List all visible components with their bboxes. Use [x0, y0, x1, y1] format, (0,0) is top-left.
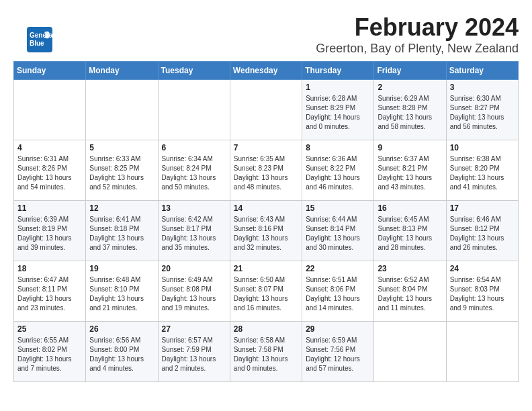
- day-info: Sunrise: 6:59 AMSunset: 7:56 PMDaylight:…: [306, 336, 370, 373]
- day-number: 9: [378, 143, 442, 152]
- calendar-cell: 14Sunrise: 6:43 AMSunset: 8:16 PMDayligh…: [230, 201, 302, 261]
- day-number: 12: [89, 203, 154, 213]
- day-number: 6: [162, 143, 226, 152]
- calendar-cell: 11Sunrise: 6:39 AMSunset: 8:19 PMDayligh…: [14, 201, 86, 261]
- day-number: 26: [89, 324, 154, 334]
- calendar-cell: 2Sunrise: 6:29 AMSunset: 8:28 PMDaylight…: [374, 80, 446, 140]
- calendar-cell: 24Sunrise: 6:54 AMSunset: 8:03 PMDayligh…: [446, 261, 518, 322]
- calendar-cell: 13Sunrise: 6:42 AMSunset: 8:17 PMDayligh…: [158, 201, 230, 261]
- day-number: 4: [17, 143, 82, 152]
- logo-icon: General Blue: [27, 27, 52, 52]
- calendar-cell: 15Sunrise: 6:44 AMSunset: 8:14 PMDayligh…: [302, 201, 374, 261]
- day-info: Sunrise: 6:54 AMSunset: 8:03 PMDaylight:…: [450, 275, 515, 313]
- calendar-cell: 25Sunrise: 6:55 AMSunset: 8:02 PMDayligh…: [14, 322, 86, 382]
- calendar-cell: 7Sunrise: 6:35 AMSunset: 8:23 PMDaylight…: [230, 140, 302, 201]
- day-number: 1: [306, 83, 370, 92]
- day-info: Sunrise: 6:28 AMSunset: 8:29 PMDaylight:…: [306, 94, 370, 132]
- day-number: 29: [306, 324, 370, 334]
- day-info: Sunrise: 6:47 AMSunset: 8:11 PMDaylight:…: [17, 275, 82, 313]
- calendar-cell: 17Sunrise: 6:46 AMSunset: 8:12 PMDayligh…: [446, 201, 518, 261]
- day-info: Sunrise: 6:33 AMSunset: 8:25 PMDaylight:…: [89, 154, 154, 192]
- weekday-header-friday: Friday: [374, 62, 446, 80]
- calendar-cell: 9Sunrise: 6:37 AMSunset: 8:21 PMDaylight…: [374, 140, 446, 201]
- day-number: 14: [234, 203, 298, 213]
- calendar-cell: [230, 80, 302, 140]
- day-info: Sunrise: 6:43 AMSunset: 8:16 PMDaylight:…: [234, 215, 298, 253]
- day-info: Sunrise: 6:36 AMSunset: 8:22 PMDaylight:…: [306, 154, 370, 192]
- day-number: 7: [234, 143, 298, 152]
- day-info: Sunrise: 6:58 AMSunset: 7:58 PMDaylight:…: [234, 336, 298, 373]
- calendar-cell: 20Sunrise: 6:49 AMSunset: 8:08 PMDayligh…: [158, 261, 230, 322]
- day-info: Sunrise: 6:41 AMSunset: 8:18 PMDaylight:…: [89, 215, 154, 253]
- day-info: Sunrise: 6:57 AMSunset: 7:59 PMDaylight:…: [162, 336, 226, 373]
- day-info: Sunrise: 6:42 AMSunset: 8:17 PMDaylight:…: [162, 215, 226, 253]
- calendar-cell: 3Sunrise: 6:30 AMSunset: 8:27 PMDaylight…: [446, 80, 518, 140]
- day-info: Sunrise: 6:48 AMSunset: 8:10 PMDaylight:…: [89, 275, 154, 313]
- day-number: 17: [450, 203, 515, 213]
- calendar-cell: [158, 80, 230, 140]
- day-number: 3: [450, 83, 515, 92]
- day-info: Sunrise: 6:34 AMSunset: 8:24 PMDaylight:…: [162, 154, 226, 192]
- day-number: 11: [17, 203, 82, 213]
- calendar-cell: [86, 80, 158, 140]
- calendar-cell: 23Sunrise: 6:52 AMSunset: 8:04 PMDayligh…: [374, 261, 446, 322]
- calendar-cell: 12Sunrise: 6:41 AMSunset: 8:18 PMDayligh…: [86, 201, 158, 261]
- weekday-header-wednesday: Wednesday: [230, 62, 302, 80]
- calendar-cell: 26Sunrise: 6:56 AMSunset: 8:00 PMDayligh…: [86, 322, 158, 382]
- day-info: Sunrise: 6:44 AMSunset: 8:14 PMDaylight:…: [306, 215, 370, 253]
- month-title: February 2024: [13, 13, 519, 42]
- calendar-cell: 8Sunrise: 6:36 AMSunset: 8:22 PMDaylight…: [302, 140, 374, 201]
- weekday-header-thursday: Thursday: [302, 62, 374, 80]
- day-number: 23: [378, 264, 442, 273]
- day-info: Sunrise: 6:39 AMSunset: 8:19 PMDaylight:…: [17, 215, 82, 253]
- calendar-cell: [374, 322, 446, 382]
- day-info: Sunrise: 6:37 AMSunset: 8:21 PMDaylight:…: [378, 154, 442, 192]
- page-header: February 2024 Greerton, Bay of Plenty, N…: [13, 13, 519, 56]
- day-number: 16: [378, 203, 442, 213]
- svg-text:Blue: Blue: [30, 40, 44, 47]
- day-number: 5: [89, 143, 154, 152]
- day-info: Sunrise: 6:45 AMSunset: 8:13 PMDaylight:…: [378, 215, 442, 253]
- day-number: 10: [450, 143, 515, 152]
- calendar-cell: 5Sunrise: 6:33 AMSunset: 8:25 PMDaylight…: [86, 140, 158, 201]
- day-number: 20: [162, 264, 226, 273]
- calendar-cell: 16Sunrise: 6:45 AMSunset: 8:13 PMDayligh…: [374, 201, 446, 261]
- day-info: Sunrise: 6:51 AMSunset: 8:06 PMDaylight:…: [306, 275, 370, 313]
- calendar-cell: 28Sunrise: 6:58 AMSunset: 7:58 PMDayligh…: [230, 322, 302, 382]
- calendar-cell: 22Sunrise: 6:51 AMSunset: 8:06 PMDayligh…: [302, 261, 374, 322]
- day-info: Sunrise: 6:38 AMSunset: 8:20 PMDaylight:…: [450, 154, 515, 192]
- day-info: Sunrise: 6:56 AMSunset: 8:00 PMDaylight:…: [89, 336, 154, 373]
- day-info: Sunrise: 6:35 AMSunset: 8:23 PMDaylight:…: [234, 154, 298, 192]
- calendar-cell: 6Sunrise: 6:34 AMSunset: 8:24 PMDaylight…: [158, 140, 230, 201]
- day-info: Sunrise: 6:30 AMSunset: 8:27 PMDaylight:…: [450, 94, 515, 132]
- day-number: 27: [162, 324, 226, 334]
- calendar-cell: 18Sunrise: 6:47 AMSunset: 8:11 PMDayligh…: [14, 261, 86, 322]
- logo: General Blue: [27, 27, 52, 52]
- day-info: Sunrise: 6:29 AMSunset: 8:28 PMDaylight:…: [378, 94, 442, 132]
- calendar-cell: 29Sunrise: 6:59 AMSunset: 7:56 PMDayligh…: [302, 322, 374, 382]
- day-number: 8: [306, 143, 370, 152]
- day-info: Sunrise: 6:55 AMSunset: 8:02 PMDaylight:…: [17, 336, 82, 373]
- location-title: Greerton, Bay of Plenty, New Zealand: [13, 42, 519, 56]
- day-number: 19: [89, 264, 154, 273]
- day-info: Sunrise: 6:52 AMSunset: 8:04 PMDaylight:…: [378, 275, 442, 313]
- day-number: 28: [234, 324, 298, 334]
- day-number: 2: [378, 83, 442, 92]
- weekday-header-monday: Monday: [86, 62, 158, 80]
- day-number: 13: [162, 203, 226, 213]
- weekday-header-saturday: Saturday: [446, 62, 518, 80]
- day-number: 18: [17, 264, 82, 273]
- calendar-table: SundayMondayTuesdayWednesdayThursdayFrid…: [13, 61, 519, 382]
- day-info: Sunrise: 6:31 AMSunset: 8:26 PMDaylight:…: [17, 154, 82, 192]
- day-number: 22: [306, 264, 370, 273]
- day-info: Sunrise: 6:46 AMSunset: 8:12 PMDaylight:…: [450, 215, 515, 253]
- day-info: Sunrise: 6:50 AMSunset: 8:07 PMDaylight:…: [234, 275, 298, 313]
- day-number: 25: [17, 324, 82, 334]
- day-number: 15: [306, 203, 370, 213]
- calendar-cell: [14, 80, 86, 140]
- weekday-header-tuesday: Tuesday: [158, 62, 230, 80]
- calendar-cell: 4Sunrise: 6:31 AMSunset: 8:26 PMDaylight…: [14, 140, 86, 201]
- calendar-cell: 10Sunrise: 6:38 AMSunset: 8:20 PMDayligh…: [446, 140, 518, 201]
- calendar-cell: 27Sunrise: 6:57 AMSunset: 7:59 PMDayligh…: [158, 322, 230, 382]
- day-info: Sunrise: 6:49 AMSunset: 8:08 PMDaylight:…: [162, 275, 226, 313]
